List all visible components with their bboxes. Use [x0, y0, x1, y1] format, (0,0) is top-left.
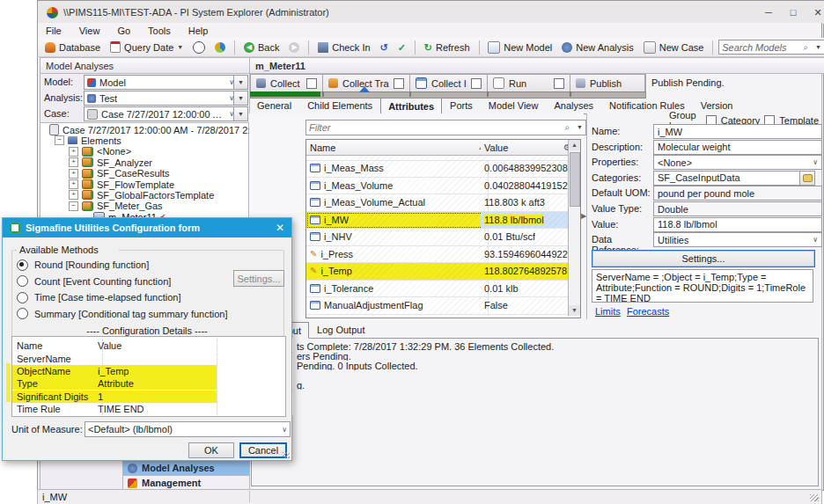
attribute-row-name[interactable]: i_Meas_Volume: [306, 178, 489, 195]
attribute-row-value[interactable]: 0.01 Btu/scf: [481, 229, 576, 246]
tree-item--none-[interactable]: +<None>: [69, 146, 262, 157]
tab-model-view[interactable]: Model View: [481, 97, 547, 113]
tab-analyses[interactable]: Analyses: [546, 97, 601, 113]
query-date-button[interactable]: Query Date▼: [107, 40, 187, 55]
attribute-row-value[interactable]: 118.802764892578 °F: [481, 263, 576, 281]
collect-checkbox[interactable]: [554, 78, 564, 89]
scroll-up-icon[interactable]: ▲: [569, 140, 580, 150]
collect-checkbox[interactable]: [471, 78, 482, 89]
radio-icon[interactable]: [17, 259, 28, 271]
ok-button[interactable]: OK: [188, 442, 234, 458]
refresh-button[interactable]: ↻Refresh: [421, 40, 474, 55]
button-publish[interactable]: Publish: [570, 75, 645, 91]
property-field-defaultuom[interactable]: pound per pound mole: [653, 186, 822, 201]
attribute-row-value[interactable]: 93.1594696044922 psi: [481, 246, 576, 264]
tree-expander-icon[interactable]: −: [55, 135, 64, 145]
method-radio-count[interactable]: Count [Event Counting function]: [17, 275, 228, 288]
scroll-down-icon[interactable]: ▼: [569, 305, 580, 316]
attribute-row-value[interactable]: 118.8 lb/lbmol: [481, 212, 576, 230]
tree-expander-icon[interactable]: +: [69, 147, 78, 157]
analysis-selector[interactable]: Test∨: [84, 91, 238, 106]
case-selector[interactable]: Case 7/27/2017 12:00:00 AM - 7/28∨: [84, 106, 238, 121]
property-field-datareference[interactable]: Utilities∨: [653, 232, 822, 247]
scroll-thumb[interactable]: [570, 152, 580, 207]
categories-browse-button[interactable]: [799, 171, 815, 186]
new-analysis-button[interactable]: New Analysis: [558, 40, 636, 55]
tree-expander-icon[interactable]: −: [69, 201, 78, 211]
tree-item-sf-flowtemplate[interactable]: +SF_FlowTemplate: [69, 179, 262, 190]
model-selector[interactable]: Model∨: [84, 75, 238, 90]
attribute-row-name[interactable]: i_Tolerance: [306, 281, 489, 298]
close-button[interactable]: ✕: [806, 7, 824, 18]
attribute-row-value[interactable]: 0.01 klb: [481, 281, 576, 298]
attribute-filter-input[interactable]: Filter⌕▼: [305, 120, 586, 135]
attribute-row-value[interactable]: False: [481, 297, 576, 315]
details-row-name[interactable]: ObjectName: [12, 365, 103, 377]
attribute-row-name[interactable]: i_Meas_Mass: [306, 160, 489, 178]
time-button[interactable]: [189, 40, 209, 55]
menu-file[interactable]: File: [38, 24, 70, 38]
database-button[interactable]: Database: [41, 40, 104, 55]
tab-ports[interactable]: Ports: [442, 97, 481, 113]
radio-icon[interactable]: [17, 275, 28, 287]
radio-icon[interactable]: [17, 308, 28, 319]
check-in-button[interactable]: Check In: [314, 40, 373, 55]
grid-header-value[interactable]: Value⚙: [481, 140, 575, 156]
method-radio-time[interactable]: Time [Case time-elapsed function]: [17, 291, 228, 303]
forecasts-link[interactable]: Forecasts: [627, 306, 671, 317]
method-radio-round[interactable]: Round [Rounding function]: [17, 259, 228, 271]
new-case-button[interactable]: New Case: [640, 40, 708, 55]
details-row-value[interactable]: i_Temp: [93, 365, 217, 377]
tree-item-sf-caseresults[interactable]: +SF_CaseResults: [69, 168, 262, 179]
attribute-row-value[interactable]: 118.803 k aft3: [481, 194, 576, 212]
details-row-value[interactable]: 1: [93, 391, 217, 403]
details-row-value[interactable]: TIME END: [93, 403, 217, 415]
back-button[interactable]: ◀Back: [240, 40, 283, 55]
tab-attributes[interactable]: Attributes: [380, 98, 442, 114]
menu-view[interactable]: View: [71, 24, 108, 38]
details-row-name[interactable]: Time Rule: [12, 403, 103, 415]
tree-item-sf-globalfactorstemplate[interactable]: +SF_GlobalFactorsTemplate: [69, 189, 262, 201]
collect-checkbox[interactable]: [394, 78, 404, 89]
button-collect-inputs[interactable]: Collect Inputs: [410, 75, 488, 91]
tree-expander-icon[interactable]: +: [69, 190, 78, 200]
dialog-close-icon[interactable]: ✕: [276, 222, 284, 234]
attribute-row-name[interactable]: i_NHV: [306, 229, 489, 246]
tree-expander-icon[interactable]: +: [69, 157, 78, 167]
tree-item-case-7-27-2017-12-00-00-am-7-28-2017-2-00-00-am[interactable]: Case 7/27/2017 12:00:00 AM - 7/28/2017 2…: [49, 124, 243, 135]
tree-expander-icon[interactable]: +: [69, 169, 78, 179]
tab-general[interactable]: General: [249, 97, 299, 113]
dialog-settings-button[interactable]: Settings...: [233, 270, 284, 287]
tab-child-elements[interactable]: Child Elements: [299, 97, 380, 113]
property-field-categories[interactable]: SF_CaseInputData: [653, 171, 806, 186]
attribute-row-name[interactable]: ✎i_Temp: [306, 263, 489, 281]
maximize-button[interactable]: □: [781, 7, 806, 18]
method-radio-summary[interactable]: Summary [Conditional tag summary functio…: [17, 308, 228, 320]
property-field-description[interactable]: Molecular weight: [653, 140, 822, 155]
grid-scrollbar[interactable]: ▲▼: [568, 140, 580, 316]
attribute-row-name[interactable]: ✎i_Press: [306, 246, 489, 264]
selector-drop-button[interactable]: ▼: [233, 106, 248, 121]
details-row-value[interactable]: Attribute: [93, 377, 217, 390]
chart-button[interactable]: [211, 40, 229, 55]
approve-button[interactable]: ✓: [394, 40, 409, 55]
details-row-value[interactable]: [93, 353, 217, 365]
menu-help[interactable]: Help: [180, 24, 217, 38]
search-models-input[interactable]: Search Models⌕▼: [718, 40, 824, 55]
nav-item-model-analyses[interactable]: Model Analyses: [122, 460, 254, 476]
selector-drop-button[interactable]: ▼: [233, 75, 248, 90]
details-row-name[interactable]: Type: [12, 377, 103, 390]
attribute-row-value[interactable]: 0.040288044191521...: [481, 178, 576, 195]
settings-button[interactable]: Settings...: [592, 250, 815, 267]
minimize-button[interactable]: ─: [756, 7, 781, 18]
attribute-row-name[interactable]: ManualAdjustmentFlag: [306, 297, 489, 315]
menu-tools[interactable]: Tools: [140, 24, 179, 38]
limits-link[interactable]: Limits: [595, 306, 622, 317]
uom-select[interactable]: <Default> (lb/lbmol)∨: [85, 421, 291, 437]
undo-checkout-button[interactable]: ↺: [377, 40, 392, 55]
button-run[interactable]: Run: [488, 75, 570, 91]
radio-icon[interactable]: [17, 292, 28, 303]
details-row-name[interactable]: Significant Digits: [12, 391, 103, 403]
property-field-name[interactable]: i_MW: [653, 124, 822, 139]
details-row-name[interactable]: ServerName: [12, 353, 103, 365]
